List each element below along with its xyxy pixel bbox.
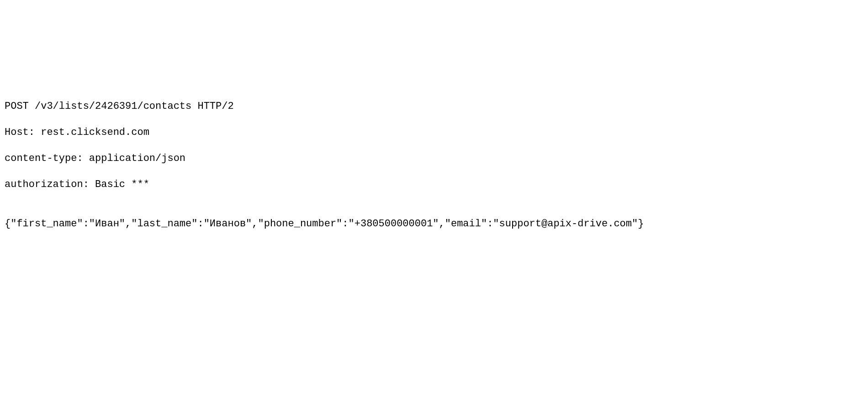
request-body: {"first_name":"Иван","last_name":"Иванов… [5,218,868,231]
content-type-header: content-type: application/json [5,152,868,166]
http-request-block: POST /v3/lists/2426391/contacts HTTP/2 H… [5,87,868,244]
host-header: Host: rest.clicksend.com [5,126,868,139]
authorization-header: authorization: Basic *** [5,178,868,192]
request-line: POST /v3/lists/2426391/contacts HTTP/2 [5,100,868,113]
